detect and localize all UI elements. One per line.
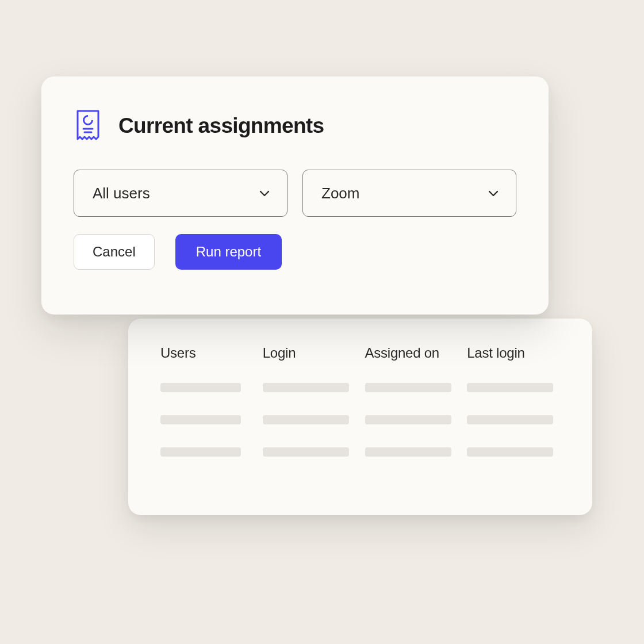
users-select[interactable]: All users [74, 170, 288, 217]
skeleton-cell [365, 447, 451, 457]
app-select-label: Zoom [321, 185, 359, 202]
chevron-down-icon [258, 187, 271, 200]
skeleton-cell [467, 383, 553, 392]
skeleton-cell [263, 415, 349, 424]
selects-row: All users Zoom [74, 170, 516, 217]
column-header-login: Login [263, 345, 356, 361]
results-header: Users Login Assigned on Last login [160, 345, 560, 361]
chevron-down-icon [487, 187, 500, 200]
skeleton-cell [467, 415, 553, 424]
cancel-button[interactable]: Cancel [74, 234, 155, 270]
column-header-last-login: Last login [467, 345, 560, 361]
skeleton-cell [467, 447, 553, 457]
controls-card: Current assignments All users Zoom [41, 76, 549, 315]
card-header: Current assignments [74, 110, 516, 142]
results-body [160, 383, 560, 480]
skeleton-cell [160, 447, 241, 457]
results-card: Users Login Assigned on Last login [128, 319, 592, 515]
skeleton-cell [263, 447, 349, 457]
skeleton-cell [160, 415, 241, 424]
column-header-users: Users [160, 345, 254, 361]
skeleton-cell [160, 383, 241, 392]
run-report-button[interactable]: Run report [175, 234, 282, 270]
skeleton-cell [263, 383, 349, 392]
report-icon [74, 110, 102, 142]
skeleton-cell [365, 383, 451, 392]
app-select[interactable]: Zoom [302, 170, 516, 217]
actions-row: Cancel Run report [74, 234, 516, 270]
users-select-label: All users [93, 185, 150, 202]
card-title: Current assignments [118, 114, 324, 138]
skeleton-cell [365, 415, 451, 424]
column-header-assigned-on: Assigned on [365, 345, 458, 361]
